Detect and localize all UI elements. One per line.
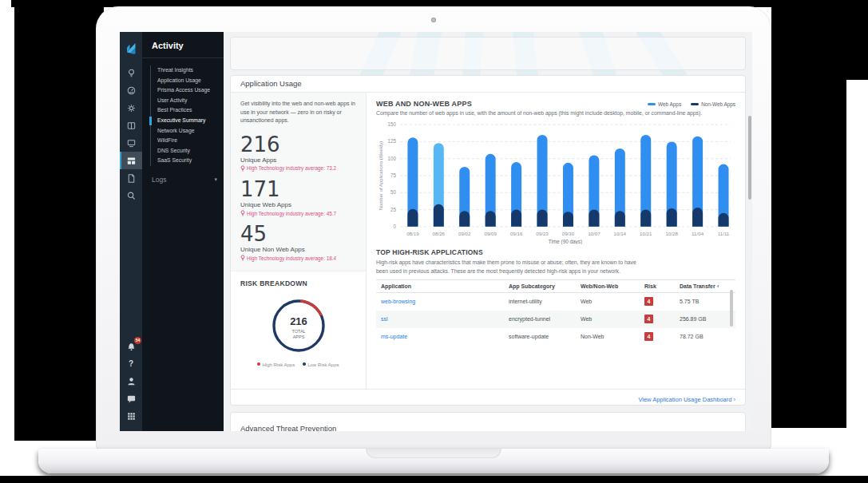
- sidebar-item-threat-insights[interactable]: Threat Insights: [151, 65, 224, 76]
- cell-transfer: 256.89 GB: [675, 311, 735, 328]
- page: 54 ?: [0, 0, 868, 483]
- col-web-non-web[interactable]: Web/Non-Web: [576, 280, 640, 293]
- application-usage-card: Application Usage Get visibility into th…: [230, 75, 746, 406]
- app-link[interactable]: web-browsing: [381, 299, 415, 304]
- svg-text:25: 25: [390, 207, 396, 212]
- col-risk[interactable]: Risk: [640, 280, 675, 293]
- brand-logo-icon[interactable]: [120, 38, 142, 57]
- web-nonweb-bar-chart[interactable]: 0255075100125150Number of Applications (…: [376, 119, 735, 244]
- high-risk-dot: [257, 362, 260, 366]
- web-apps-legend-dash: [648, 103, 656, 105]
- main-content: Application Usage Get visibility into th…: [224, 32, 752, 431]
- sidebar-item-saas-security[interactable]: SaaS Security: [151, 156, 224, 166]
- industry-benchmark: High Technology industry average: 73.2: [240, 165, 356, 172]
- risk-legend: High Risk Apps Low Risk Apps: [240, 362, 356, 367]
- page-scrollbar[interactable]: [748, 116, 751, 200]
- sidebar-item-prisma-access-usage[interactable]: Prisma Access Usage: [151, 85, 224, 96]
- laptop-base-notch: [366, 449, 501, 458]
- svg-text:75: 75: [390, 172, 396, 178]
- stat-label: Unique Non Web Apps: [240, 246, 356, 253]
- risk-badge: 4: [644, 297, 653, 306]
- notifications-bell-icon[interactable]: 54: [120, 337, 142, 354]
- usage-description: Get visibility into the web and non-web …: [240, 100, 356, 125]
- cell-subcategory: internet-utility: [504, 293, 576, 311]
- bulb-icon: [240, 210, 245, 216]
- apps-grid-icon[interactable]: [120, 407, 142, 425]
- laptop-camera: [431, 18, 436, 22]
- stat-label: Unique Apps: [240, 156, 356, 164]
- sidebar-item-dns-security[interactable]: DNS Security: [151, 146, 224, 156]
- notification-count-badge: 54: [134, 337, 141, 344]
- search-icon[interactable]: [120, 187, 142, 204]
- table-row[interactable]: ms-update software-update Non-Web 4 78.7…: [376, 328, 735, 346]
- table-header-row: Application App Subcategory Web/Non-Web …: [376, 280, 735, 293]
- sidebar-item-best-practices[interactable]: Best Practices: [151, 105, 224, 116]
- stat-unique-apps: 216 Unique Apps High Technology industry…: [240, 134, 356, 172]
- app-link[interactable]: ssl: [381, 316, 388, 322]
- svg-text:TOTAL: TOTAL: [291, 329, 305, 334]
- cell-transfer: 5.75 TB: [675, 293, 735, 311]
- table-row[interactable]: web-browsing internet-utility Web 4 5.75…: [376, 293, 735, 311]
- low-risk-dot: [303, 362, 306, 366]
- svg-text:Time (90 days): Time (90 days): [549, 239, 582, 244]
- col-data-transfer[interactable]: Data Transfer‹: [675, 280, 735, 293]
- stat-value: 45: [240, 224, 356, 245]
- sidebar-item-user-activity[interactable]: User Activity: [151, 96, 224, 106]
- risk-breakdown-title: RISK BREAKDOWN: [240, 279, 356, 287]
- industry-benchmark: High Technology industry average: 45.7: [240, 210, 356, 216]
- cell-subcategory: software-update: [504, 328, 576, 346]
- cell-transfer: 78.72 GB: [675, 328, 735, 346]
- feedback-chat-icon[interactable]: [120, 390, 142, 407]
- risk-table-description: High-risk apps have characteristics that…: [376, 259, 640, 275]
- risk-breakdown-section: RISK BREAKDOWN 216 TOTAL APPS: [231, 271, 366, 375]
- non-web-apps-legend-dash: [691, 103, 699, 105]
- risk-badge: 4: [644, 332, 653, 341]
- svg-text:09/16: 09/16: [510, 231, 523, 236]
- settings-gear-icon[interactable]: [120, 99, 142, 117]
- cell-subcategory: encrypted-tunnel: [504, 311, 576, 328]
- svg-text:08/26: 08/26: [433, 231, 446, 236]
- insights-lightbulb-icon[interactable]: [120, 64, 142, 81]
- svg-text:10/07: 10/07: [588, 231, 600, 236]
- svg-text:09/30: 09/30: [562, 231, 575, 236]
- gauge-icon[interactable]: [120, 81, 142, 99]
- advanced-threat-prevention-card: Advanced Threat Prevention: [230, 412, 746, 431]
- sidebar-item-executive-summary[interactable]: Executive Summary: [151, 116, 224, 126]
- app-link[interactable]: ms-update: [381, 334, 407, 339]
- sidebar-item-wildfire[interactable]: WildFire: [151, 136, 224, 146]
- donut-total-value: 216: [290, 315, 307, 327]
- risk-badge: 4: [644, 315, 653, 323]
- table-scrollbar[interactable]: [730, 290, 733, 327]
- help-icon[interactable]: ?: [120, 354, 142, 372]
- sidebar-item-logs[interactable]: Logs ▾: [142, 172, 224, 187]
- dashboards-icon[interactable]: [120, 152, 142, 169]
- user-icon[interactable]: [120, 372, 142, 390]
- stat-value: 216: [240, 134, 356, 156]
- devices-icon[interactable]: [120, 134, 142, 152]
- sort-icon: ‹: [717, 283, 719, 290]
- card-footer: View Application Usage Dashboard ›: [231, 389, 745, 405]
- chart-title: WEB AND NON-WEB APPS: [376, 100, 472, 108]
- table-row[interactable]: ssl encrypted-tunnel Web 4 256.89 GB: [376, 311, 735, 328]
- next-section-title: Advanced Threat Prevention: [231, 413, 745, 431]
- col-app-subcategory[interactable]: App Subcategory: [504, 280, 576, 293]
- reports-document-icon[interactable]: [120, 169, 142, 187]
- svg-text:11/11: 11/11: [718, 231, 730, 236]
- card-title: Application Usage: [231, 76, 745, 93]
- sidebar-item-network-usage[interactable]: Network Usage: [151, 126, 224, 137]
- cell-web: Web: [576, 311, 640, 328]
- risk-donut-chart[interactable]: 216 TOTAL APPS: [265, 292, 332, 359]
- sidebar-item-application-usage[interactable]: Application Usage: [151, 76, 224, 86]
- high-risk-arc: [300, 301, 321, 315]
- chart-legend: Web Apps Non-Web Apps: [648, 101, 735, 107]
- stat-label: Unique Web Apps: [240, 201, 356, 208]
- svg-text:100: 100: [387, 156, 396, 161]
- sidebar-menu: Threat Insights Application Usage Prisma…: [150, 65, 224, 166]
- svg-text:APPS: APPS: [292, 335, 304, 339]
- panels-icon[interactable]: [120, 117, 142, 134]
- svg-text:08/19: 08/19: [406, 231, 419, 236]
- usage-chart-column: WEB AND NON-WEB APPS Web Apps Non-Web Ap…: [367, 93, 745, 389]
- high-risk-apps-table: Application App Subcategory Web/Non-Web …: [376, 279, 735, 346]
- col-application[interactable]: Application: [376, 280, 504, 293]
- view-dashboard-link[interactable]: View Application Usage Dashboard ›: [638, 396, 735, 403]
